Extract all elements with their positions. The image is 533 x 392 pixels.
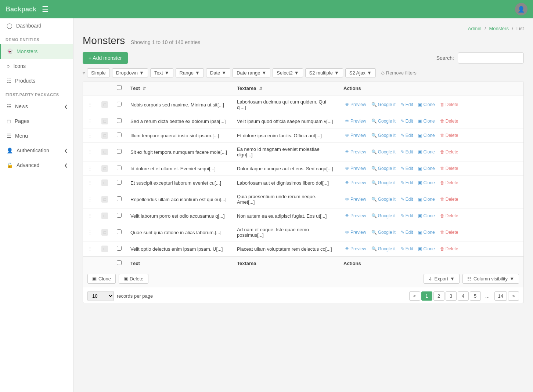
pagination-page-2[interactable]: 2 <box>433 291 444 301</box>
select-all-bottom-checkbox[interactable] <box>117 260 122 265</box>
edit-button[interactable]: ✎ Edit <box>399 229 415 236</box>
expand-button[interactable]: □ <box>101 149 108 155</box>
google-button[interactable]: 🔍 Google it <box>370 101 397 108</box>
clone-button[interactable]: ▣ Clone <box>417 101 436 108</box>
sidebar-item-icons[interactable]: ○ Icons <box>0 59 73 73</box>
breadcrumb-admin[interactable]: Admin <box>468 26 482 31</box>
menu-toggle-button[interactable]: ☰ <box>42 5 48 14</box>
row-checkbox[interactable] <box>117 246 122 251</box>
expand-button[interactable]: □ <box>101 132 108 139</box>
preview-button[interactable]: 👁 Preview <box>343 196 368 203</box>
breadcrumb-monsters[interactable]: Monsters <box>489 26 508 31</box>
row-checkbox[interactable] <box>117 213 122 218</box>
pagination-page-1[interactable]: 1 <box>421 291 432 301</box>
drag-handle-icon[interactable]: ⋮ <box>87 180 93 186</box>
expand-button[interactable]: □ <box>101 118 108 124</box>
expand-button[interactable]: □ <box>101 246 108 252</box>
drag-handle-icon[interactable]: ⋮ <box>87 102 93 108</box>
drag-handle-icon[interactable]: ⋮ <box>87 196 93 202</box>
expand-button[interactable]: □ <box>101 229 108 236</box>
clone-button[interactable]: ▣ Clone <box>417 196 436 203</box>
drag-handle-icon[interactable]: ⋮ <box>87 118 93 124</box>
delete-button[interactable]: 🗑 Delete <box>439 213 460 219</box>
filter-select2-button[interactable]: Select2 ▼ <box>273 68 303 77</box>
delete-button[interactable]: 🗑 Delete <box>439 165 460 172</box>
preview-button[interactable]: 👁 Preview <box>343 149 368 155</box>
clone-button[interactable]: ▣ Clone <box>417 165 436 172</box>
edit-button[interactable]: ✎ Edit <box>399 101 415 108</box>
preview-button[interactable]: 👁 Preview <box>343 101 368 108</box>
edit-button[interactable]: ✎ Edit <box>399 149 415 155</box>
preview-button[interactable]: 👁 Preview <box>343 118 368 124</box>
expand-button[interactable]: □ <box>101 101 108 108</box>
google-button[interactable]: 🔍 Google it <box>370 118 397 124</box>
clone-button[interactable]: ▣ Clone <box>417 132 436 139</box>
row-checkbox[interactable] <box>117 180 122 185</box>
preview-button[interactable]: 👁 Preview <box>343 179 368 186</box>
google-button[interactable]: 🔍 Google it <box>370 179 397 186</box>
sidebar-item-pages[interactable]: ◻ Pages <box>0 114 73 128</box>
filter-simple-button[interactable]: Simple <box>87 68 110 77</box>
delete-button[interactable]: 🗑 Delete <box>439 179 460 186</box>
delete-button[interactable]: 🗑 Delete <box>439 246 460 252</box>
sidebar-item-dashboard[interactable]: ◯ Dashboard <box>0 18 73 33</box>
edit-button[interactable]: ✎ Edit <box>399 196 415 203</box>
edit-button[interactable]: ✎ Edit <box>399 246 415 252</box>
sidebar-item-products[interactable]: ☷ Products <box>0 73 73 88</box>
delete-button[interactable]: 🗑 Delete <box>439 196 460 203</box>
clone-button[interactable]: ▣ Clone <box>417 246 436 252</box>
row-checkbox[interactable] <box>117 166 122 170</box>
delete-button[interactable]: 🗑 Delete <box>439 132 460 139</box>
expand-button[interactable]: □ <box>101 165 108 172</box>
clone-button[interactable]: ▣ Clone <box>417 149 436 155</box>
sidebar-item-authentication[interactable]: 👤 Authentication ❮ <box>0 143 73 158</box>
filter-dropdown-button[interactable]: Dropdown ▼ <box>112 68 148 77</box>
expand-button[interactable]: □ <box>101 196 108 203</box>
row-checkbox[interactable] <box>117 196 122 201</box>
pagination-page-4[interactable]: 4 <box>458 291 469 301</box>
preview-button[interactable]: 👁 Preview <box>343 213 368 219</box>
th-textarea[interactable]: Textarea ⇵ <box>233 81 339 95</box>
clone-button[interactable]: ▣ Clone <box>417 229 436 236</box>
edit-button[interactable]: ✎ Edit <box>399 179 415 186</box>
delete-button[interactable]: 🗑 Delete <box>439 149 460 155</box>
drag-handle-icon[interactable]: ⋮ <box>87 166 93 171</box>
remove-filters-button[interactable]: ◇ Remove filters <box>378 69 419 77</box>
avatar[interactable]: 👤 <box>515 3 527 15</box>
preview-button[interactable]: 👁 Preview <box>343 229 368 236</box>
records-per-page-select[interactable]: 10 25 50 100 <box>87 291 114 301</box>
google-button[interactable]: 🔍 Google it <box>370 246 397 252</box>
pagination-page-3[interactable]: 3 <box>446 291 457 301</box>
sidebar-item-menu[interactable]: ☰ Menu <box>0 128 73 143</box>
clone-button[interactable]: ▣ Clone <box>417 179 436 186</box>
delete-button[interactable]: 🗑 Delete <box>439 118 460 124</box>
clone-selected-button[interactable]: ▣ Clone <box>87 274 116 284</box>
google-button[interactable]: 🔍 Google it <box>370 196 397 203</box>
preview-button[interactable]: 👁 Preview <box>343 246 368 252</box>
pagination-page-14[interactable]: 14 <box>494 291 507 301</box>
filter-range-button[interactable]: Range ▼ <box>176 68 204 77</box>
filter-text-button[interactable]: Text ▼ <box>150 68 173 77</box>
filter-date-button[interactable]: Date ▼ <box>206 68 230 77</box>
preview-button[interactable]: 👁 Preview <box>343 132 368 139</box>
expand-button[interactable]: □ <box>101 213 108 219</box>
preview-button[interactable]: 👁 Preview <box>343 165 368 172</box>
google-button[interactable]: 🔍 Google it <box>370 132 397 139</box>
th-text[interactable]: Text ⇵ <box>126 81 233 95</box>
clone-button[interactable]: ▣ Clone <box>417 213 436 219</box>
filter-s2ajax-button[interactable]: S2 Ajax ▼ <box>345 68 376 77</box>
row-checkbox[interactable] <box>117 118 122 123</box>
row-checkbox[interactable] <box>117 149 122 154</box>
google-button[interactable]: 🔍 Google it <box>370 149 397 155</box>
google-button[interactable]: 🔍 Google it <box>370 213 397 219</box>
sidebar-item-monsters[interactable]: 👻 Monsters <box>0 44 73 59</box>
drag-handle-icon[interactable]: ⋮ <box>87 213 93 219</box>
delete-button[interactable]: 🗑 Delete <box>439 101 460 108</box>
pagination-prev[interactable]: < <box>409 291 420 301</box>
sidebar-item-advanced[interactable]: 🔒 Advanced ❮ <box>0 158 73 173</box>
pagination-page-5[interactable]: 5 <box>470 291 481 301</box>
filter-s2multiple-button[interactable]: S2 multiple ▼ <box>305 68 343 77</box>
drag-handle-icon[interactable]: ⋮ <box>87 133 93 138</box>
filter-daterange-button[interactable]: Date range ▼ <box>233 68 270 77</box>
search-input[interactable] <box>458 52 524 63</box>
